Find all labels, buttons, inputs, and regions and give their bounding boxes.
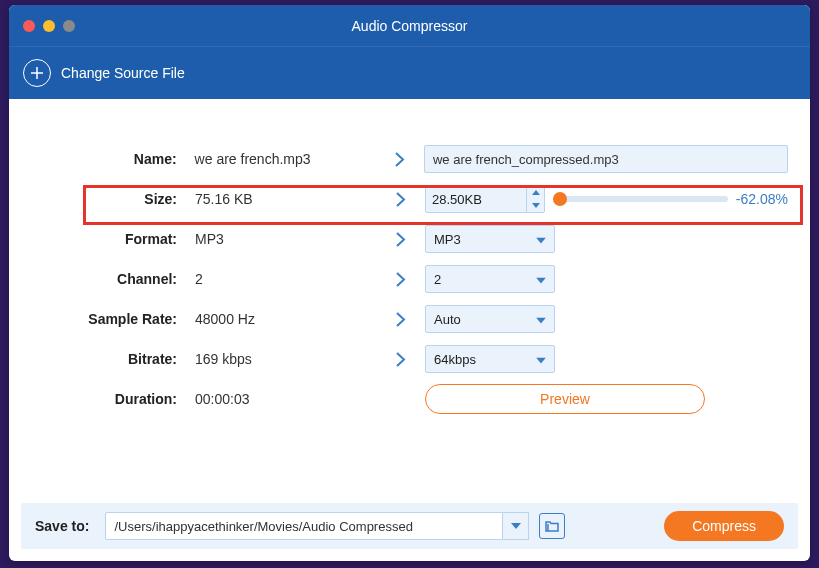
size-slider[interactable] <box>557 196 728 202</box>
target-channel-select[interactable]: 2 <box>425 265 555 293</box>
row-bitrate: Bitrate: 169 kbps 64kbps <box>31 339 788 379</box>
source-format: MP3 <box>195 231 375 247</box>
target-format-select[interactable]: MP3 <box>425 225 555 253</box>
footer: Save to: Compress <box>21 503 798 549</box>
target-name-input[interactable] <box>424 145 788 173</box>
label-sample-rate: Sample Rate: <box>31 311 195 327</box>
arrow-icon <box>375 231 425 248</box>
arrow-icon <box>375 351 425 368</box>
open-folder-button[interactable] <box>539 513 565 539</box>
plus-circle-icon <box>23 59 51 87</box>
size-step-up[interactable] <box>527 186 544 199</box>
titlebar: Audio Compressor <box>9 5 810 47</box>
chevron-down-icon <box>536 232 546 247</box>
row-sample-rate: Sample Rate: 48000 Hz Auto <box>31 299 788 339</box>
slider-thumb[interactable] <box>553 192 567 206</box>
app-window: Audio Compressor Change Source File Name… <box>9 5 810 561</box>
change-source-label: Change Source File <box>61 65 185 81</box>
row-channel: Channel: 2 2 <box>31 259 788 299</box>
source-name: we are french.mp3 <box>195 151 375 167</box>
label-bitrate: Bitrate: <box>31 351 195 367</box>
arrow-icon <box>374 151 424 168</box>
source-sample-rate: 48000 Hz <box>195 311 375 327</box>
label-name: Name: <box>31 151 195 167</box>
chevron-down-icon <box>536 312 546 327</box>
main-area: Name: we are french.mp3 Size: 75.16 KB 2… <box>9 99 810 431</box>
source-channel: 2 <box>195 271 375 287</box>
window-title: Audio Compressor <box>9 18 810 34</box>
label-format: Format: <box>31 231 195 247</box>
source-bitrate: 169 kbps <box>195 351 375 367</box>
source-duration: 00:00:03 <box>195 391 375 407</box>
target-size-value: 28.50KB <box>426 186 526 212</box>
toolbar: Change Source File <box>9 47 810 99</box>
arrow-icon <box>375 271 425 288</box>
row-size: Size: 75.16 KB 28.50KB -62.08% <box>31 179 788 219</box>
target-bitrate-select[interactable]: 64kbps <box>425 345 555 373</box>
size-percent: -62.08% <box>736 191 788 207</box>
save-to-label: Save to: <box>35 518 89 534</box>
arrow-icon <box>375 311 425 328</box>
preview-button[interactable]: Preview <box>425 384 705 414</box>
row-format: Format: MP3 MP3 <box>31 219 788 259</box>
chevron-down-icon <box>536 272 546 287</box>
row-name: Name: we are french.mp3 <box>31 139 788 179</box>
save-path-input[interactable] <box>105 512 503 540</box>
row-duration: Duration: 00:00:03 Preview <box>31 379 788 419</box>
source-size: 75.16 KB <box>195 191 375 207</box>
arrow-icon <box>375 191 425 208</box>
label-channel: Channel: <box>31 271 195 287</box>
size-step-down[interactable] <box>527 199 544 212</box>
compress-button[interactable]: Compress <box>664 511 784 541</box>
label-duration: Duration: <box>31 391 195 407</box>
target-sample-rate-select[interactable]: Auto <box>425 305 555 333</box>
label-size: Size: <box>31 191 195 207</box>
change-source-button[interactable]: Change Source File <box>23 59 185 87</box>
save-path-dropdown[interactable] <box>503 512 529 540</box>
target-size-spinner[interactable]: 28.50KB <box>425 185 545 213</box>
chevron-down-icon <box>536 352 546 367</box>
